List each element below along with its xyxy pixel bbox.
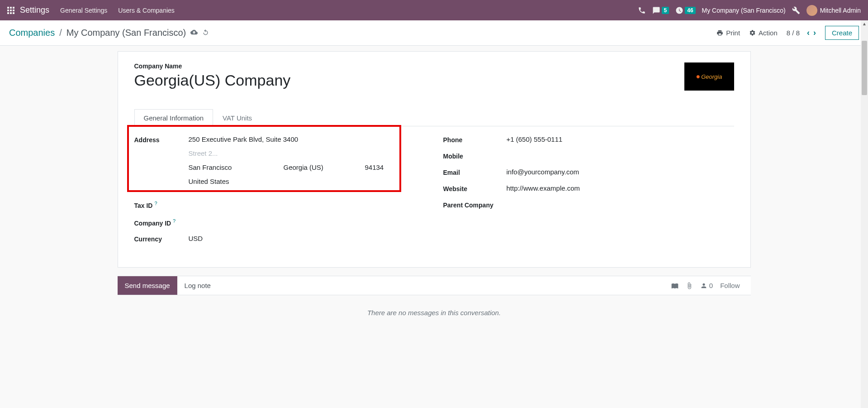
currency-label: Currency (134, 235, 189, 243)
svg-rect-1 (10, 7, 12, 9)
send-message-button[interactable]: Send message (118, 276, 177, 295)
phone-label: Phone (443, 135, 507, 144)
breadcrumb-sep: / (59, 28, 62, 38)
parent-company-label: Parent Company (443, 201, 507, 209)
taxid-label: Tax ID ? (134, 200, 189, 209)
companyid-label: Company ID ? (134, 217, 189, 227)
tab-general-information[interactable]: General Information (134, 109, 213, 126)
followers-count: 0 (709, 282, 713, 289)
scroll-up-icon[interactable]: ▲ (862, 21, 867, 26)
attachments-button[interactable] (686, 282, 693, 289)
pager: 8 / 8 (787, 29, 800, 37)
create-button[interactable]: Create (825, 26, 859, 40)
company-logo[interactable]: ●Georgia (684, 62, 734, 91)
scrollbar-thumb[interactable] (862, 41, 867, 95)
action-button[interactable]: Action (749, 29, 778, 37)
mobile-label: Mobile (443, 152, 507, 160)
company-switcher[interactable]: My Company (San Francisco) (702, 7, 786, 14)
svg-rect-6 (7, 12, 9, 14)
pager-prev[interactable]: ‹ (805, 28, 811, 38)
city-input[interactable]: San Francisco (189, 163, 284, 171)
email-label: Email (443, 168, 507, 176)
svg-rect-3 (7, 10, 9, 11)
user-menu[interactable]: Mitchell Admin (806, 5, 861, 16)
control-panel: Companies / My Company (San Francisco) P… (0, 20, 868, 46)
currency-input[interactable]: USD (189, 235, 425, 242)
state-input[interactable]: Georgia (US) (284, 163, 365, 171)
print-button[interactable]: Print (716, 29, 740, 37)
user-name: Mitchell Admin (820, 7, 861, 14)
website-input[interactable]: http://www.example.com (507, 184, 734, 192)
company-name-value[interactable]: Georgia(US) Company (134, 72, 684, 89)
chatter-topbar: Send message Log note 0 Follow (118, 276, 751, 295)
companyid-help-icon[interactable]: ? (173, 218, 175, 224)
menu-general-settings[interactable]: General Settings (60, 7, 107, 14)
messaging-badge: 5 (662, 7, 669, 14)
peach-icon: ● (696, 72, 701, 81)
discard-icon[interactable] (202, 29, 209, 37)
activities-badge: 46 (685, 7, 695, 14)
phone-input[interactable]: +1 (650) 555-0111 (507, 135, 734, 143)
svg-rect-0 (7, 7, 9, 9)
address-label: Address (134, 135, 189, 144)
avatar (806, 5, 817, 16)
svg-rect-7 (10, 12, 12, 14)
followers-button[interactable]: 0 (700, 282, 713, 289)
company-name-label: Company Name (134, 62, 684, 70)
left-column: Address 250 Executive Park Blvd, Suite 3… (134, 135, 425, 251)
svg-rect-8 (13, 12, 14, 14)
breadcrumb: Companies / My Company (San Francisco) (9, 28, 209, 38)
menu-users-companies[interactable]: Users & Companies (118, 7, 175, 14)
right-column: Phone +1 (650) 555-0111 Mobile Email inf… (443, 135, 734, 251)
activities-button[interactable] (671, 282, 678, 289)
follow-button[interactable]: Follow (720, 282, 740, 289)
tab-content: Address 250 Executive Park Blvd, Suite 3… (134, 126, 734, 251)
voip-icon[interactable] (638, 6, 646, 14)
cloud-upload-icon[interactable] (190, 29, 198, 37)
website-label: Website (443, 184, 507, 192)
tabs: General Information VAT Units (134, 109, 734, 126)
messaging-icon[interactable]: 5 (652, 6, 669, 14)
apps-icon[interactable] (7, 7, 14, 14)
street2-input[interactable]: Street 2... (189, 149, 425, 157)
activities-icon[interactable]: 46 (675, 6, 695, 14)
taxid-help-icon[interactable]: ? (154, 201, 157, 206)
email-input[interactable]: info@yourcompany.com (507, 168, 734, 176)
chatter-empty: There are no messages in this conversati… (118, 295, 751, 330)
svg-rect-5 (13, 10, 14, 11)
topbar: Settings General Settings Users & Compan… (0, 0, 868, 20)
form-sheet: Company Name Georgia(US) Company ●Georgi… (118, 51, 751, 268)
breadcrumb-current: My Company (San Francisco) (66, 28, 186, 38)
svg-rect-4 (10, 10, 12, 11)
debug-icon[interactable] (792, 6, 800, 14)
svg-rect-2 (13, 7, 14, 9)
country-input[interactable]: United States (189, 178, 425, 185)
zip-input[interactable]: 94134 (365, 163, 425, 171)
log-note-button[interactable]: Log note (177, 276, 218, 295)
app-brand[interactable]: Settings (20, 5, 49, 15)
tab-vat-units[interactable]: VAT Units (213, 109, 261, 126)
street-input[interactable]: 250 Executive Park Blvd, Suite 3400 (189, 135, 425, 143)
breadcrumb-companies[interactable]: Companies (9, 28, 55, 38)
pager-next[interactable]: › (811, 28, 818, 38)
